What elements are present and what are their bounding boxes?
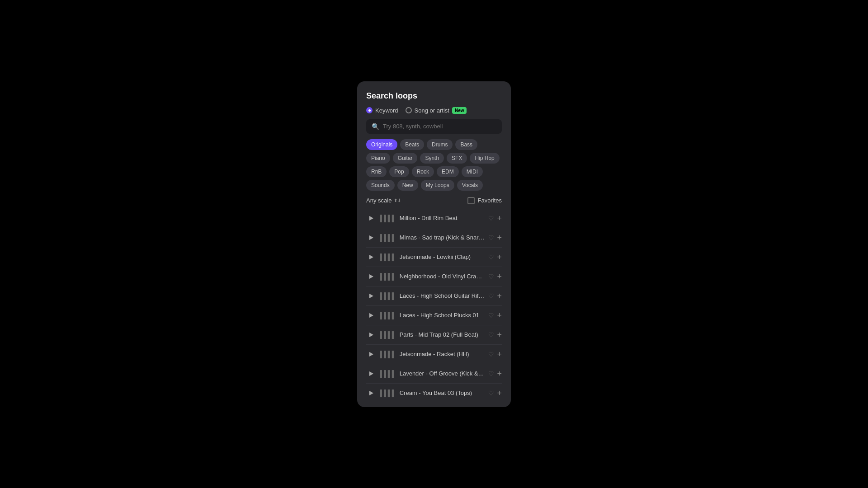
favorite-button[interactable]: ♡ [488,312,494,319]
filter-row: Any scale ⬆⬇ Favorites [366,197,502,204]
keyword-radio[interactable]: Keyword [366,107,398,114]
tag-my-loops[interactable]: My Loops [421,180,454,191]
loop-name: Lavender - Off Groove (Kick & Sna... [400,370,485,377]
favorite-button[interactable]: ♡ [488,370,494,377]
waveform-icon: ▌▌▌▌ [380,215,396,222]
loop-item: ▌▌▌▌ Jetsonmade - Racket (HH) ♡ + [366,345,502,364]
tag-edm[interactable]: EDM [437,166,459,177]
play-button[interactable] [366,388,376,398]
favorite-button[interactable]: ♡ [488,292,494,300]
favorite-button[interactable]: ♡ [488,331,494,338]
favorites-filter[interactable]: Favorites [467,197,502,204]
play-icon [369,216,373,221]
search-input[interactable] [383,123,496,130]
play-button[interactable] [366,369,376,379]
search-box: 🔍 [366,119,502,134]
loop-name: Jetsonmade - Racket (HH) [400,351,485,357]
add-button[interactable]: + [497,272,502,281]
loop-item: ▌▌▌▌ Neighborhood - Old Vinyl Crackle ..… [366,267,502,286]
loop-actions: ♡ + [488,253,502,261]
waveform-icon: ▌▌▌▌ [380,370,396,377]
play-button[interactable] [366,233,376,243]
favorite-button[interactable]: ♡ [488,351,494,358]
add-button[interactable]: + [497,331,502,339]
play-icon [369,371,373,376]
waveform-icon: ▌▌▌▌ [380,331,396,338]
waveform-icon: ▌▌▌▌ [380,312,396,319]
search-mode-row: Keyword Song or artist New [366,107,502,114]
add-button[interactable]: + [497,350,502,358]
loop-list: ▌▌▌▌ Million - Drill Rim Beat ♡ + ▌▌▌▌ M… [366,209,502,403]
play-icon [369,274,373,279]
search-icon: 🔍 [372,123,379,130]
play-button[interactable] [366,310,376,320]
loop-actions: ♡ + [488,331,502,339]
tag-rnb[interactable]: RnB [366,166,387,177]
loop-actions: ♡ + [488,214,502,222]
loop-item: ▌▌▌▌ Million - Drill Rim Beat ♡ + [366,209,502,228]
play-icon [369,294,373,298]
add-button[interactable]: + [497,292,502,300]
waveform-icon: ▌▌▌▌ [380,253,396,261]
play-icon [369,235,373,240]
tag-new[interactable]: New [397,180,418,191]
tag-rock[interactable]: Rock [412,166,434,177]
favorites-checkbox[interactable] [467,197,475,204]
favorite-button[interactable]: ♡ [488,234,494,241]
play-button[interactable] [366,349,376,359]
favorite-button[interactable]: ♡ [488,253,494,261]
loop-name: Parts - Mid Trap 02 (Full Beat) [400,331,485,338]
loop-actions: ♡ + [488,292,502,300]
favorite-button[interactable]: ♡ [488,389,494,397]
song-radio-circle [406,107,412,113]
tag-beats[interactable]: Beats [400,139,424,150]
add-button[interactable]: + [497,234,502,242]
tag-guitar[interactable]: Guitar [393,153,418,164]
search-loops-panel: Search loops Keyword Song or artist New … [357,81,511,407]
tag-vocals[interactable]: Vocals [457,180,483,191]
keyword-label: Keyword [375,107,398,114]
loop-name: Cream - You Beat 03 (Tops) [400,389,485,396]
tag-sfx[interactable]: SFX [447,153,467,164]
play-button[interactable] [366,252,376,262]
loop-name: Jetsonmade - Lowkii (Clap) [400,253,485,260]
tag-originals[interactable]: Originals [366,139,397,150]
add-button[interactable]: + [497,311,502,319]
favorite-button[interactable]: ♡ [488,215,494,222]
loop-actions: ♡ + [488,311,502,319]
tag-bass[interactable]: Bass [455,139,477,150]
tag-hip-hop[interactable]: Hip Hop [470,153,499,164]
add-button[interactable]: + [497,370,502,378]
scale-arrows-icon: ⬆⬇ [394,198,401,203]
play-icon [369,391,373,395]
loop-name: Laces - High School Guitar Riff 01 [400,292,485,299]
play-icon [369,255,373,259]
add-button[interactable]: + [497,253,502,261]
scale-select[interactable]: Any scale ⬆⬇ [366,197,401,204]
tag-midi[interactable]: MIDI [462,166,483,177]
loop-name: Neighborhood - Old Vinyl Crackle ... [400,273,485,280]
loop-actions: ♡ + [488,370,502,378]
loop-actions: ♡ + [488,272,502,281]
loop-item: ▌▌▌▌ Cream - You Beat 03 (Tops) ♡ + [366,384,502,403]
scale-label: Any scale [366,197,392,204]
add-button[interactable]: + [497,389,502,397]
favorite-button[interactable]: ♡ [488,273,494,280]
play-button[interactable] [366,330,376,340]
song-label: Song or artist [415,107,449,114]
loop-item: ▌▌▌▌ Laces - High School Plucks 01 ♡ + [366,306,502,325]
song-radio[interactable]: Song or artist New [406,107,467,114]
tag-pop[interactable]: Pop [389,166,409,177]
play-button[interactable] [366,213,376,223]
tag-sounds[interactable]: Sounds [366,180,395,191]
tag-drums[interactable]: Drums [427,139,453,150]
add-button[interactable]: + [497,214,502,222]
waveform-icon: ▌▌▌▌ [380,292,396,300]
tag-synth[interactable]: Synth [420,153,444,164]
tag-piano[interactable]: Piano [366,153,390,164]
play-button[interactable] [366,272,376,282]
tags-container: OriginalsBeatsDrumsBassPianoGuitarSynthS… [366,139,502,191]
favorites-label: Favorites [478,197,502,204]
loop-item: ▌▌▌▌ Parts - Mid Trap 02 (Full Beat) ♡ + [366,325,502,345]
play-button[interactable] [366,291,376,301]
